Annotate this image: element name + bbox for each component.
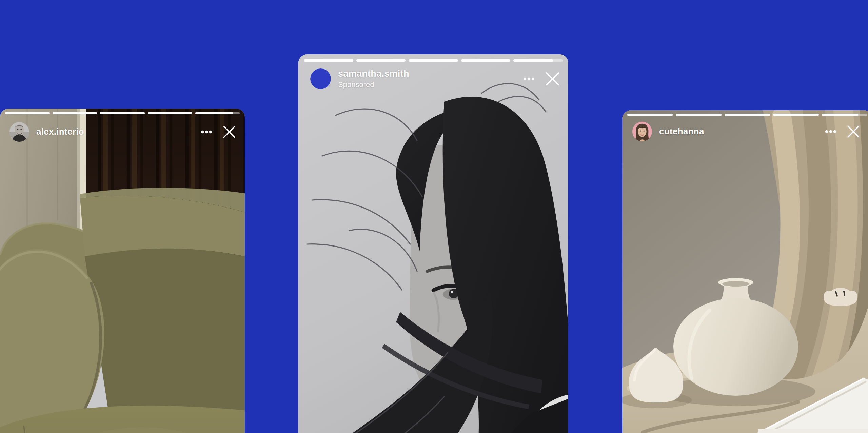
- progress-segment: [148, 112, 192, 114]
- story-card-alex-interio: alex.interio: [0, 109, 245, 433]
- story-user-info[interactable]: samantha.smith Sponsored: [338, 68, 409, 90]
- avatar[interactable]: [9, 122, 29, 142]
- progress-segment: [513, 59, 563, 62]
- username: alex.interio: [36, 127, 84, 137]
- progress-segment: [409, 59, 458, 62]
- close-icon[interactable]: [545, 71, 560, 86]
- more-options-icon[interactable]: [523, 77, 535, 81]
- progress-segment: [356, 59, 406, 62]
- progress-segment: [822, 114, 867, 116]
- story-header: cutehanna: [632, 122, 860, 141]
- progress-segment: [627, 114, 673, 116]
- progress-segment: [53, 112, 97, 114]
- progress-segment: [461, 59, 511, 62]
- progress-segment: [676, 114, 721, 116]
- story-user-info[interactable]: alex.interio: [36, 127, 84, 137]
- sponsored-label: Sponsored: [338, 80, 409, 90]
- avatar-image: [632, 122, 652, 141]
- progress-segment: [100, 112, 144, 114]
- story-header: alex.interio: [9, 122, 236, 142]
- avatar-image: [9, 122, 29, 142]
- username: cutehanna: [659, 126, 704, 137]
- more-options-icon[interactable]: [825, 130, 836, 133]
- progress-segment: [725, 114, 770, 116]
- story-media[interactable]: [622, 110, 868, 433]
- stories-canvas: { "colors": { "background": "#1f31b5", "…: [0, 0, 868, 433]
- story-progress: [627, 114, 867, 116]
- more-options-icon[interactable]: [201, 130, 212, 134]
- story-media[interactable]: [298, 54, 568, 433]
- close-icon[interactable]: [847, 125, 860, 138]
- avatar-image: [310, 68, 331, 89]
- story-user-info[interactable]: cutehanna: [659, 126, 704, 137]
- avatar[interactable]: [310, 68, 331, 89]
- username: samantha.smith: [338, 68, 409, 79]
- close-icon[interactable]: [222, 125, 236, 139]
- story-progress: [5, 112, 240, 114]
- story-card-samantha-smith: samantha.smith Sponsored: [298, 54, 568, 433]
- story-header: samantha.smith Sponsored: [310, 68, 560, 90]
- story-progress: [304, 59, 563, 62]
- avatar[interactable]: [632, 122, 652, 141]
- progress-segment: [773, 114, 818, 116]
- story-card-cutehanna: cutehanna: [622, 110, 868, 433]
- progress-segment: [304, 59, 353, 62]
- story-media[interactable]: [0, 109, 245, 433]
- progress-segment: [5, 112, 50, 114]
- progress-segment: [195, 112, 240, 114]
